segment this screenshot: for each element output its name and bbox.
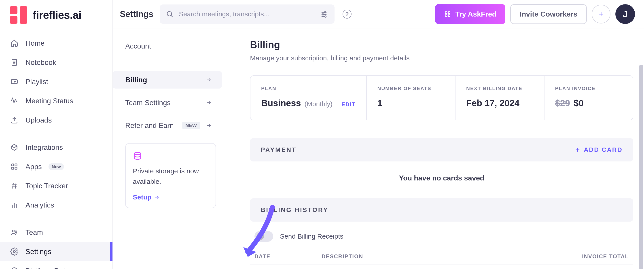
sidebar-item-home[interactable]: Home [0, 34, 112, 53]
new-pill: New [48, 163, 64, 170]
sidebar-item-integrations[interactable]: Integrations [0, 138, 112, 157]
svg-rect-1 [10, 16, 18, 24]
brand[interactable]: fireflies.ai [0, 6, 112, 34]
send-receipts-toggle[interactable] [254, 231, 273, 242]
search-icon [166, 10, 174, 18]
sidebar-item-team[interactable]: Team [0, 223, 112, 242]
settings-subnav-team[interactable]: Team Settings [113, 94, 222, 111]
svg-marker-8 [14, 81, 16, 82]
grid-icon [444, 10, 451, 18]
invite-coworkers-button[interactable]: Invite Coworkers [510, 4, 587, 24]
sidebar-item-label: Topic Tracker [26, 182, 68, 190]
settings-subnav-refer[interactable]: Refer and Earn NEW [113, 117, 222, 134]
info-icon [10, 266, 19, 269]
nav-group-primary: Home Notebook Playlist Meeting Status [0, 34, 112, 130]
sidebar-item-uploads[interactable]: Uploads [0, 110, 112, 130]
svg-point-33 [325, 16, 326, 17]
user-avatar[interactable]: J [616, 4, 635, 24]
sidebar-item-label: Platform Rules [26, 267, 72, 269]
button-label: Try AskFred [455, 10, 496, 18]
subnav-label: Team Settings [125, 98, 170, 107]
toggle-knob [257, 233, 264, 240]
nav-group-tertiary: Team Settings Platform Rules [0, 223, 112, 269]
storage-text: Private storage is now available. [133, 166, 208, 187]
sidebar-item-label: Uploads [26, 116, 52, 124]
private-storage-card: Private storage is now available. Setup [125, 143, 216, 208]
storage-setup-link[interactable]: Setup [133, 194, 160, 201]
sidebar-item-topic-tracker[interactable]: Topic Tracker [0, 176, 112, 196]
svg-rect-37 [448, 15, 450, 16]
svg-point-26 [167, 12, 172, 16]
sidebar-item-label: Playlist [26, 78, 48, 86]
sidebar-item-label: Meeting Status [26, 97, 73, 105]
apps-icon [10, 162, 19, 171]
sidebar-item-meeting-status[interactable]: Meeting Status [0, 91, 112, 110]
add-button[interactable] [592, 5, 610, 24]
add-card-button[interactable]: ADD CARD [574, 146, 622, 154]
seats-value: 1 [378, 98, 382, 108]
new-badge: NEW [182, 122, 200, 129]
svg-line-16 [16, 183, 16, 188]
svg-line-15 [13, 183, 14, 188]
plan-cell-seats: NUMBER OF SEATS 1 [367, 76, 456, 120]
invoice-value: $0 [574, 98, 584, 108]
sidebar-item-analytics[interactable]: Analytics [0, 196, 112, 215]
invoice-strike: $29 [555, 98, 570, 108]
brand-logo-icon [10, 6, 27, 24]
svg-line-27 [171, 16, 172, 17]
upload-icon [10, 116, 19, 124]
nav-group-secondary: Integrations Apps New Topic Tracker Ana [0, 138, 112, 215]
integrations-icon [10, 143, 19, 152]
sidebar-item-label: Apps [26, 162, 42, 171]
col-description: DESCRIPTION [322, 253, 571, 260]
try-askfred-button[interactable]: Try AskFred [435, 4, 505, 24]
cell-label: PLAN INVOICE [555, 86, 622, 92]
divider [113, 63, 220, 63]
sidebar-item-apps[interactable]: Apps New [0, 157, 112, 176]
gear-icon [10, 247, 19, 256]
settings-subnav-billing[interactable]: Billing [113, 71, 222, 88]
sidebar-item-playlist[interactable]: Playlist [0, 72, 112, 91]
sidebar-item-label: Analytics [26, 201, 54, 209]
col-total: INVOICE TOTAL [571, 253, 629, 260]
page-subtitle: Manage your subscription, billing and pa… [250, 54, 633, 62]
topbar-actions: Try AskFred Invite Coworkers J [435, 4, 635, 24]
plan-period: (Monthly) [304, 100, 332, 108]
analytics-icon [10, 200, 19, 210]
topbar: Settings ? Try AskFred [113, 0, 644, 28]
sidebar-item-notebook[interactable]: Notebook [0, 53, 112, 72]
chevron-right-icon [206, 100, 212, 106]
sidebar-item-settings[interactable]: Settings [0, 242, 112, 261]
svg-rect-10 [15, 164, 17, 166]
svg-point-21 [15, 231, 17, 232]
chevron-right-icon [206, 122, 212, 128]
col-date: DATE [254, 253, 322, 260]
link-label: Setup [133, 194, 152, 201]
playlist-icon [10, 77, 19, 86]
svg-point-23 [12, 268, 18, 269]
svg-rect-0 [10, 6, 18, 14]
brand-name: fireflies.ai [33, 9, 82, 21]
search-box[interactable] [160, 4, 334, 24]
plan-name: Business [261, 98, 301, 108]
hash-icon [10, 181, 19, 190]
sidebar-item-label: Integrations [26, 143, 63, 152]
svg-rect-2 [20, 6, 27, 24]
cell-label: NEXT BILLING DATE [466, 86, 533, 92]
help-button[interactable]: ? [342, 10, 352, 18]
subnav-label: Refer and Earn [125, 122, 174, 130]
filter-icon[interactable] [320, 10, 328, 18]
search-input[interactable] [179, 10, 314, 18]
payment-section-header: PAYMENT ADD CARD [250, 138, 633, 162]
svg-point-20 [12, 230, 14, 232]
history-section-header: BILLING HISTORY [250, 198, 633, 222]
send-receipts-label: Send Billing Receipts [280, 232, 344, 240]
svg-rect-35 [448, 12, 450, 14]
database-icon [133, 151, 142, 160]
edit-plan-button[interactable]: EDIT [342, 101, 356, 108]
settings-subnav-account[interactable]: Account [113, 37, 222, 55]
main-sidebar: fireflies.ai Home Notebook Playlist [0, 0, 113, 269]
home-icon [10, 39, 19, 48]
settings-subnav: Account Billing Team Settings [113, 28, 228, 269]
sidebar-item-platform-rules[interactable]: Platform Rules [0, 261, 112, 269]
